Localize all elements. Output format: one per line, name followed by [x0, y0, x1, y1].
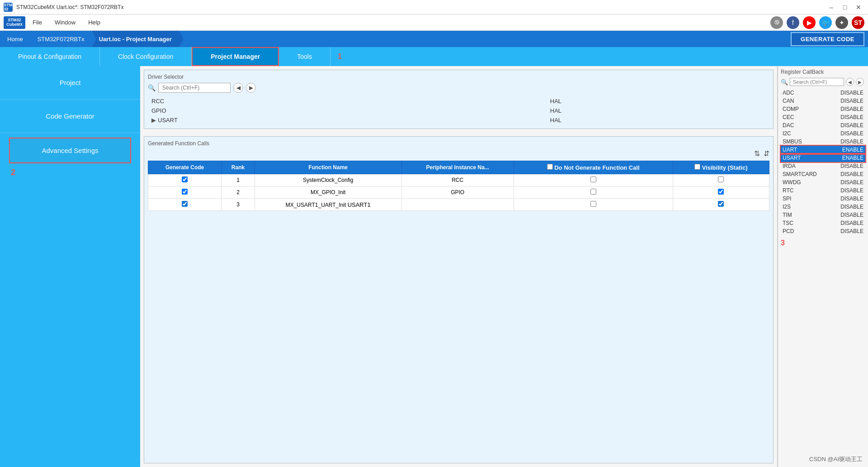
register-prev-button[interactable]: ◀ [846, 78, 854, 86]
visibility-checkbox[interactable] [694, 164, 702, 171]
driver-selector-title: Driver Selector [148, 74, 769, 80]
col-rank: Rank [222, 161, 255, 174]
func-row-3-peripheral-col [401, 199, 514, 211]
annotation-2: 2 [4, 168, 140, 177]
sort-asc-button[interactable]: ⇅ [754, 149, 760, 158]
menu-window[interactable]: Window [49, 17, 81, 28]
cb-status-smbus: DISABLE [830, 138, 865, 146]
breadcrumb-project[interactable]: Uart.ioc - Project Manager [92, 31, 179, 47]
breadcrumb-home[interactable]: Home [0, 31, 30, 47]
func-row-3-name: MX_USART1_UART_Init USART1 [255, 199, 401, 211]
func-row-1[interactable]: 1 SystemClock_Config RCC [148, 174, 769, 186]
func-row-1-visibility[interactable] [673, 174, 769, 186]
driver-search-row: 🔍 ◀ ▶ [148, 83, 769, 93]
close-button[interactable]: ✕ [853, 3, 864, 12]
sidebar-item-code-generator[interactable]: Code Generator [0, 100, 140, 133]
tab-tools[interactable]: Tools [279, 47, 330, 66]
func-row-1-rank: 1 [222, 174, 255, 186]
minimize-button[interactable]: – [826, 3, 837, 12]
cb-status-smartcard: DISABLE [830, 170, 865, 178]
func-row-1-generate[interactable] [148, 174, 222, 186]
app-icon: STM32 [4, 3, 13, 12]
driver-row-gpio[interactable]: GPIO HAL [148, 106, 769, 115]
func-row-2-name: MX_GPIO_Init [255, 186, 401, 199]
register-callback-panel: Register CallBack 🔍 ◀ ▶ ADCDISABLECANDIS… [778, 66, 868, 467]
func-row-3-generate[interactable] [148, 199, 222, 211]
register-search-input[interactable] [790, 78, 844, 86]
cb-status-tim: DISABLE [830, 211, 865, 219]
community-icon[interactable]: ✦ [835, 16, 848, 29]
callback-row-tsc[interactable]: TSCDISABLE [781, 219, 865, 227]
tab-project[interactable]: Project Manager [192, 47, 279, 66]
func-row-3-visibility[interactable] [673, 199, 769, 211]
callback-row-irda[interactable]: IRDADISABLE [781, 162, 865, 170]
youtube-icon[interactable]: ▶ [803, 16, 816, 29]
twitter-icon[interactable]: 🐦 [819, 16, 832, 29]
callback-row-dac[interactable]: DACDISABLE [781, 121, 865, 129]
driver-next-button[interactable]: ▶ [246, 83, 256, 93]
generate-code-button[interactable]: GENERATE CODE [791, 32, 864, 46]
callback-row-smbus[interactable]: SMBUSDISABLE [781, 138, 865, 146]
driver-row-usart[interactable]: ▶USART HAL [148, 115, 769, 125]
cb-status-tsc: DISABLE [830, 219, 865, 227]
driver-name-usart: ▶USART [148, 115, 547, 125]
cb-status-rtc: DISABLE [830, 186, 865, 195]
cb-name-can: CAN [781, 97, 830, 105]
func-row-2-generate[interactable] [148, 186, 222, 199]
annotation-3: 3 [781, 239, 785, 247]
cb-status-pcd: DISABLE [830, 227, 865, 235]
register-next-button[interactable]: ▶ [856, 78, 864, 86]
callback-row-uart[interactable]: UARTENABLE [781, 146, 865, 154]
cb-name-cec: CEC [781, 113, 830, 121]
callback-row-i2s[interactable]: I2SDISABLE [781, 203, 865, 211]
cb-name-tsc: TSC [781, 219, 830, 227]
sort-desc-button[interactable]: ⇵ [764, 149, 769, 158]
menu-help[interactable]: Help [83, 17, 106, 28]
breadcrumb-chip[interactable]: STM32F072RBTx [30, 31, 92, 47]
col-function-name: Function Name [255, 161, 401, 174]
window-title: STM32CubeMX Uart.ioc*: STM32F072RBTx [16, 4, 123, 10]
st-icon[interactable]: ST [852, 16, 864, 29]
func-row-2[interactable]: 2 MX_GPIO_Init GPIO [148, 186, 769, 199]
cb-name-i2s: I2S [781, 203, 830, 211]
tab-pinout[interactable]: Pinout & Configuration [0, 47, 100, 66]
cb-status-can: DISABLE [830, 97, 865, 105]
driver-search-input[interactable] [158, 83, 231, 93]
sidebar-item-project[interactable]: Project [0, 66, 140, 100]
title-bar: STM32 STM32CubeMX Uart.ioc*: STM32F072RB… [0, 0, 868, 14]
sidebar-item-advanced-settings[interactable]: Advanced Settings [9, 138, 131, 163]
func-row-1-peripheral: RCC [401, 174, 514, 186]
callback-row-comp[interactable]: COMPDISABLE [781, 105, 865, 113]
maximize-button[interactable]: □ [839, 3, 851, 12]
driver-type-usart: HAL [547, 115, 769, 125]
cb-name-i2c: I2C [781, 129, 830, 138]
driver-row-rcc[interactable]: RCC HAL [148, 96, 769, 106]
callback-row-usart[interactable]: USARTENABLE [781, 154, 865, 162]
callback-row-tim[interactable]: TIMDISABLE [781, 211, 865, 219]
tab-clock[interactable]: Clock Configuration [100, 47, 192, 66]
callback-row-rtc[interactable]: RTCDISABLE [781, 186, 865, 195]
callback-row-i2c[interactable]: I2CDISABLE [781, 129, 865, 138]
callback-row-smartcard[interactable]: SMARTCARDDISABLE [781, 170, 865, 178]
callback-row-cec[interactable]: CECDISABLE [781, 113, 865, 121]
driver-type-rcc: HAL [547, 96, 769, 106]
menu-bar-left: STM32CubeMX File Window Help [4, 16, 106, 29]
tab-bar: Pinout & Configuration Clock Configurati… [0, 47, 868, 66]
callback-row-adc[interactable]: ADCDISABLE [781, 89, 865, 97]
func-row-3-donot[interactable] [514, 199, 673, 211]
driver-prev-button[interactable]: ◀ [233, 83, 243, 93]
func-row-2-donot[interactable] [514, 186, 673, 199]
do-not-generate-checkbox[interactable] [547, 164, 555, 171]
callback-row-spi[interactable]: SPIDISABLE [781, 195, 865, 203]
callback-row-wwdg[interactable]: WWDGDISABLE [781, 178, 865, 186]
col-visibility: Visibility (Static) [673, 161, 769, 174]
facebook-icon[interactable]: f [787, 16, 799, 29]
generated-function-calls-section: Generated Function Calls ⇅ ⇵ Generate Co… [144, 136, 774, 463]
func-row-2-visibility[interactable] [673, 186, 769, 199]
cb-name-adc: ADC [781, 89, 830, 97]
callback-row-pcd[interactable]: PCDDISABLE [781, 227, 865, 235]
func-row-1-donot[interactable] [514, 174, 673, 186]
func-row-3[interactable]: 3 MX_USART1_UART_Init USART1 [148, 199, 769, 211]
menu-file[interactable]: File [27, 17, 47, 28]
callback-row-can[interactable]: CANDISABLE [781, 97, 865, 105]
